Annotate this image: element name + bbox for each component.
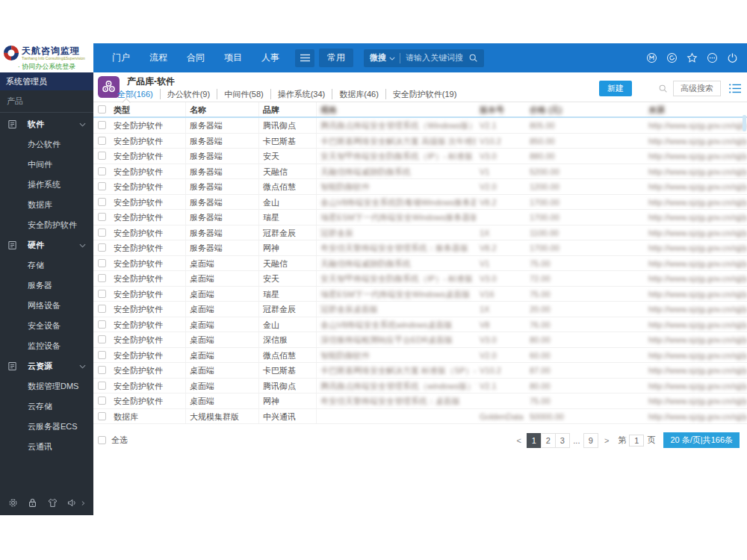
nav-item-0[interactable]: 门户 xyxy=(102,52,140,64)
select-all[interactable]: 全选 xyxy=(98,435,128,446)
sidebar-item-0-1[interactable]: 中间件 xyxy=(0,155,93,175)
page-ellipsis[interactable]: ... xyxy=(569,433,584,448)
row-checkbox[interactable] xyxy=(98,396,106,405)
select-all-checkbox[interactable] xyxy=(98,436,106,444)
tab-0[interactable]: 全部(166) xyxy=(111,89,160,99)
nav-item-2[interactable]: 合同 xyxy=(177,52,214,64)
more-icon[interactable] xyxy=(707,52,718,63)
sidebar-group-1[interactable]: 硬件 xyxy=(0,235,93,255)
col-price[interactable]: 价格 (元) xyxy=(526,102,636,116)
col-spec[interactable]: 规格 xyxy=(317,102,476,116)
sidebar-section-product[interactable]: 产品 xyxy=(0,90,93,112)
col-brand[interactable]: 品牌 xyxy=(259,102,317,116)
row-checkbox[interactable] xyxy=(98,167,106,175)
nav-item-1[interactable]: 流程 xyxy=(140,52,177,64)
next-page-button[interactable]: > xyxy=(602,436,611,445)
search-icon[interactable] xyxy=(468,53,478,63)
row-checkbox[interactable] xyxy=(98,366,106,374)
nav-item-pinned[interactable]: 常用 xyxy=(319,49,353,67)
sidebar-item-0-3[interactable]: 数据库 xyxy=(0,195,93,215)
prev-page-button[interactable]: < xyxy=(514,436,523,445)
sidebar-item-1-4[interactable]: 监控设备 xyxy=(0,336,93,356)
row-checkbox[interactable] xyxy=(98,412,106,420)
row-checkbox[interactable] xyxy=(98,259,106,267)
gear-icon[interactable] xyxy=(7,497,19,508)
table-row-10[interactable]: 安全防护软件 桌面端 安天 安天智甲终端安全防御系统（IP）- 标准版 V3.0… xyxy=(93,271,747,287)
search-scope-label[interactable]: 微搜 xyxy=(370,52,386,63)
advanced-search-button[interactable]: 高级搜索 xyxy=(673,81,721,96)
table-row-8[interactable]: 安全防护软件 服务器端 网神 奇安信天擎终端安全管理系统：服务器版 V8.2 1… xyxy=(93,240,747,256)
page-size-summary[interactable]: 20 条/页|共166条 xyxy=(663,432,740,448)
sidebar-item-1-0[interactable]: 存储 xyxy=(0,255,93,276)
table-row-2[interactable]: 安全防护软件 服务器端 安天 安天智甲终端安全防御系统（IP）- 标准版 V3.… xyxy=(93,149,747,164)
row-checkbox[interactable] xyxy=(98,320,106,329)
nav-menu-button[interactable] xyxy=(295,49,314,67)
col-version[interactable]: 版本号 xyxy=(476,102,526,116)
list-view-icon[interactable] xyxy=(729,84,741,93)
sidebar-item-2-1[interactable]: 云存储 xyxy=(0,396,93,417)
table-row-3[interactable]: 安全防护软件 服务器端 天融信 天融信终端威胁防御系统 V1 5200.00 h… xyxy=(93,164,747,180)
table-row-9[interactable]: 安全防护软件 桌面端 天融信 天融信终端威胁防御系统 V1 75.00 http… xyxy=(93,256,747,272)
tab-4[interactable]: 数据库(46) xyxy=(332,89,385,99)
tab-3[interactable]: 操作系统(34) xyxy=(270,89,332,99)
row-checkbox[interactable] xyxy=(98,351,106,359)
tab-2[interactable]: 中间件(58) xyxy=(217,89,270,99)
new-button[interactable]: 新建 xyxy=(599,81,632,96)
sidebar-item-0-4[interactable]: 安全防护软件 xyxy=(0,215,93,235)
row-checkbox[interactable] xyxy=(98,137,106,145)
table-row-5[interactable]: 安全防护软件 服务器端 金山 金山V8终端安全系统防毒墙Windows服务器版 … xyxy=(93,195,747,211)
table-row-13[interactable]: 安全防护软件 桌面端 金山 金山V8终端安全系统windows桌面版 V8 76… xyxy=(93,317,747,333)
nav-item-4[interactable]: 人事 xyxy=(252,52,289,64)
table-row-6[interactable]: 安全防护软件 服务器端 瑞星 瑞星ESM下一代终端安全Windows服务器版 1… xyxy=(93,210,747,225)
table-row-4[interactable]: 安全防护软件 服务器端 微点佰慧 智能防御软件 V2.0 1200.00 htt… xyxy=(93,179,747,195)
m-badge-icon[interactable] xyxy=(646,52,657,63)
sound-icon[interactable] xyxy=(66,497,78,508)
row-checkbox[interactable] xyxy=(98,182,106,190)
jump-page-input[interactable]: 1 xyxy=(629,435,644,447)
col-type[interactable]: 类型 xyxy=(110,102,186,116)
message-icon[interactable] xyxy=(666,52,678,63)
tab-1[interactable]: 办公软件(9) xyxy=(160,89,217,99)
row-checkbox[interactable] xyxy=(98,228,106,237)
table-row-19[interactable]: 数据库 大规模集群版 中兴通讯 GoldenData s... 50000.00… xyxy=(93,409,747,425)
row-checkbox[interactable] xyxy=(98,152,106,160)
sidebar-item-1-1[interactable]: 服务器 xyxy=(0,276,93,296)
sidebar-group-0[interactable]: 软件 xyxy=(0,114,93,134)
page-number-2[interactable]: 2 xyxy=(541,433,556,448)
table-row-16[interactable]: 安全防护软件 桌面端 卡巴斯基 卡巴斯基网络安全解决方案 标准版（SP）- 标准… xyxy=(93,363,747,379)
page-number-9[interactable]: 9 xyxy=(583,433,598,448)
row-checkbox[interactable] xyxy=(98,382,106,390)
tab-5[interactable]: 安全防护软件(19) xyxy=(385,89,464,99)
sidebar-item-2-0[interactable]: 数据管理DMS xyxy=(0,376,93,396)
row-checkbox[interactable] xyxy=(98,198,106,206)
page-number-1[interactable]: 1 xyxy=(527,433,542,448)
star-icon[interactable] xyxy=(686,52,698,63)
scrollbar-thumb[interactable] xyxy=(743,115,746,131)
row-checkbox[interactable] xyxy=(98,335,106,343)
table-row-7[interactable]: 安全防护软件 服务器端 冠群金辰 冠群金辰 1X 1100.00 http://… xyxy=(93,225,747,241)
theme-shirt-icon[interactable] xyxy=(47,497,58,508)
row-checkbox[interactable] xyxy=(98,290,106,298)
search-input[interactable]: 请输入关键词搜 xyxy=(406,52,468,63)
lock-icon[interactable] xyxy=(27,497,38,508)
row-checkbox[interactable] xyxy=(98,213,106,221)
table-search-icon[interactable] xyxy=(658,84,668,93)
row-checkbox[interactable] xyxy=(98,243,106,252)
sidebar-item-2-3[interactable]: 云通讯 xyxy=(0,437,93,457)
global-search[interactable]: 微搜 请输入关键词搜 xyxy=(364,49,484,67)
table-row-18[interactable]: 安全防护软件 桌面端 网神 奇安信天擎终端安全管理系统：桌面版 75.00 ht… xyxy=(93,393,747,409)
power-icon[interactable] xyxy=(727,52,738,63)
table-row-12[interactable]: 安全防护软件 桌面端 冠群金辰 冠群金辰桌面版 1X 20.00 http://… xyxy=(93,302,747,317)
row-checkbox[interactable] xyxy=(98,121,106,129)
sidebar-item-0-2[interactable]: 操作系统 xyxy=(0,175,93,195)
sidebar-item-2-2[interactable]: 云服务器ECS xyxy=(0,417,93,437)
table-row-14[interactable]: 安全防护软件 桌面端 深信服 深信服终端检测响应平台EDR桌面版 V3.0 80… xyxy=(93,332,747,348)
table-row-1[interactable]: 安全防护软件 服务器端 卡巴斯基 卡巴斯基网络安全解决方案 高级版 次年维护（S… xyxy=(93,134,747,149)
collapse-arrow-icon[interactable] xyxy=(81,500,86,506)
row-checkbox[interactable] xyxy=(98,274,106,282)
sidebar-group-2[interactable]: 云资源 xyxy=(0,356,93,376)
table-row-0[interactable]: 安全防护软件 服务器端 腾讯御点 腾讯御点终端安全管理系统（Windows版） … xyxy=(93,118,747,134)
header-checkbox[interactable] xyxy=(98,105,106,113)
table-row-17[interactable]: 安全防护软件 桌面端 腾讯御点 腾讯御点终端安全管理系统（windows版）V2… xyxy=(93,379,747,394)
table-row-15[interactable]: 安全防护软件 桌面端 微点佰慧 智能防御软件 V2.0 60.00 http:/… xyxy=(93,348,747,364)
